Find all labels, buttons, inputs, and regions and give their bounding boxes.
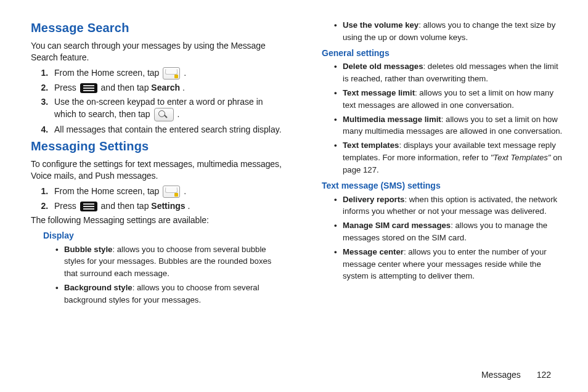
menu-key-icon	[80, 202, 97, 211]
step-2: Press and then tap Search .	[51, 82, 285, 94]
delete-old-label: Delete old messages	[343, 62, 423, 71]
left-column: Message Search You can search through yo…	[31, 17, 297, 339]
list-item: Message center: allows you to enter the …	[343, 246, 563, 282]
steps-message-search: From the Home screen, tap . Press and th…	[31, 67, 285, 136]
step-text: .	[177, 109, 179, 119]
steps-messaging-settings: From the Home screen, tap . Press and th…	[31, 186, 285, 212]
text-limit-label: Text message limit	[343, 88, 415, 97]
display-settings-list-cont: Use the volume key: allows you to change…	[309, 19, 563, 44]
step-text: .	[182, 83, 185, 92]
heading-message-search: Message Search	[31, 20, 285, 36]
settings-available-text: The following Messaging settings are ava…	[31, 214, 285, 226]
list-item: Text message limit: allows you to set a …	[343, 87, 563, 112]
background-style-label: Background style	[64, 283, 133, 292]
subheading-sms-settings: Text message (SMS) settings	[322, 180, 563, 192]
step-text: From the Home screen, tap	[54, 68, 161, 78]
step-text: .	[187, 201, 190, 211]
messaging-app-icon	[163, 186, 180, 198]
step-4: All messages that contain the entered se…	[51, 124, 285, 136]
step-text: Press	[54, 83, 79, 92]
list-item: Bubble style: allows you to choose from …	[64, 243, 285, 280]
step-1: From the Home screen, tap .	[51, 67, 285, 80]
list-item: Delivery reports: when this option is ac…	[343, 194, 563, 218]
subheading-general-settings: General settings	[322, 47, 563, 59]
list-item: Multimedia message limit: allows you to …	[343, 113, 563, 138]
display-settings-list: Bubble style: allows you to choose from …	[31, 243, 285, 306]
right-column: Use the volume key: allows you to change…	[297, 17, 563, 339]
intro-messaging-settings: To configure the settings for text messa…	[31, 158, 285, 182]
text-templates-ref: "Text Templates"	[491, 153, 551, 162]
step-text: Press	[54, 201, 79, 211]
step-text: .	[184, 186, 186, 196]
list-item: Use the volume key: allows you to change…	[343, 19, 563, 44]
text-templates-label: Text templates	[343, 141, 399, 150]
manage-sim-label: Manage SIM card messages	[343, 221, 451, 230]
delivery-reports-label: Delivery reports	[343, 195, 404, 204]
mms-limit-label: Multimedia message limit	[343, 115, 441, 124]
menu-key-icon	[80, 83, 97, 93]
message-center-label: Message center	[343, 247, 404, 256]
list-item: Text templates: displays your available …	[343, 139, 563, 176]
step-1: From the Home screen, tap .	[51, 186, 285, 198]
bubble-style-label: Bubble style	[64, 245, 112, 254]
step-text: and then tap	[101, 83, 152, 92]
search-label: Search	[151, 83, 180, 92]
subheading-display: Display	[43, 230, 285, 242]
general-settings-list: Delete old messages: deletes old message…	[309, 60, 563, 176]
page-footer: Messages 122	[481, 370, 551, 380]
footer-page-number: 122	[537, 370, 551, 380]
search-button-icon	[154, 108, 174, 121]
step-3: Use the on-screen keypad to enter a word…	[51, 96, 285, 121]
step-text: .	[184, 68, 186, 78]
sms-settings-list: Delivery reports: when this option is ac…	[309, 194, 563, 283]
list-item: Manage SIM card messages: allows you to …	[343, 219, 563, 244]
intro-message-search: You can search through your messages by …	[31, 40, 285, 63]
step-text: and then tap	[101, 201, 152, 211]
step-text: From the Home screen, tap	[54, 186, 161, 196]
settings-label: Settings	[151, 201, 185, 211]
volume-key-label: Use the volume key	[343, 20, 419, 30]
list-item: Background style: allows you to choose f…	[64, 282, 285, 306]
heading-messaging-settings: Messaging Settings	[31, 138, 285, 155]
list-item: Delete old messages: deletes old message…	[343, 60, 563, 85]
footer-section: Messages	[481, 370, 521, 380]
step-2: Press and then tap Settings .	[51, 200, 285, 212]
messaging-app-icon	[163, 67, 180, 80]
